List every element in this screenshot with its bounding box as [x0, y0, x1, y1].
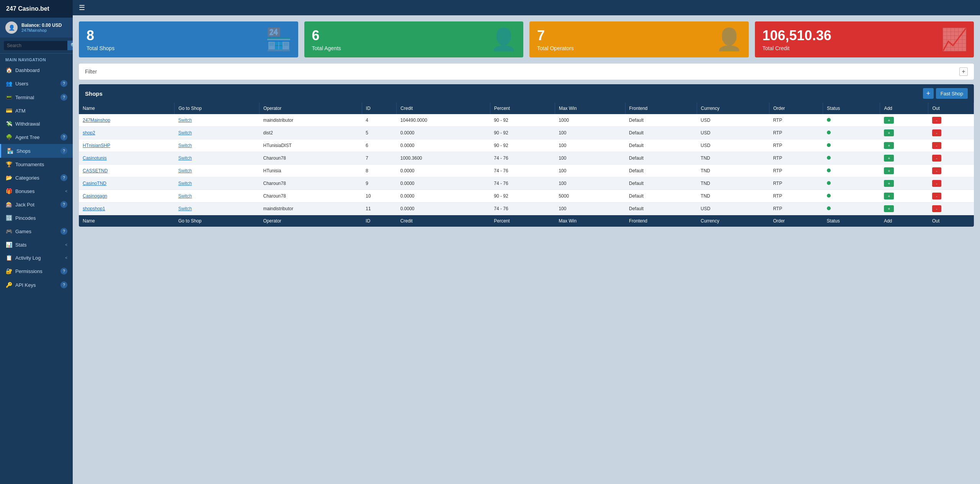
stat-icon: 👤	[716, 27, 743, 52]
go-to-shop[interactable]: Switch	[175, 190, 260, 203]
shop-add[interactable]: +	[880, 177, 928, 190]
switch-button[interactable]: Switch	[178, 193, 192, 199]
filter-plus-button[interactable]: +	[959, 67, 968, 76]
fast-shop-button[interactable]: Fast Shop	[936, 88, 968, 99]
out-button[interactable]: -	[932, 180, 941, 187]
out-button[interactable]: -	[932, 193, 941, 199]
shop-add[interactable]: +	[880, 127, 928, 139]
go-to-shop[interactable]: Switch	[175, 203, 260, 215]
shop-add[interactable]: +	[880, 152, 928, 165]
stat-icon: 👤	[490, 27, 517, 52]
add-button[interactable]: +	[884, 205, 894, 212]
menu-icon[interactable]: ☰	[79, 3, 85, 12]
go-to-shop[interactable]: Switch	[175, 139, 260, 152]
content-area: 8 Total Shops 🏪 6 Total Agents 👤 7 Total…	[73, 15, 980, 484]
shop-out[interactable]: -	[928, 139, 974, 152]
shop-out[interactable]: -	[928, 177, 974, 190]
shop-add[interactable]: +	[880, 165, 928, 177]
sidebar-item-terminal[interactable]: 📟 Terminal ?	[0, 90, 73, 104]
col-footer-order: Order	[769, 215, 823, 227]
switch-button[interactable]: Switch	[178, 155, 192, 161]
shop-frontend: Default	[625, 127, 697, 139]
shop-percent: 90 - 92	[490, 190, 555, 203]
out-button[interactable]: -	[932, 142, 941, 149]
games-icon: 🎮	[5, 228, 12, 234]
add-shop-button[interactable]: +	[923, 88, 934, 99]
switch-button[interactable]: Switch	[178, 143, 192, 148]
stat-number: 106,510.36	[763, 28, 831, 44]
shop-frontend: Default	[625, 177, 697, 190]
shop-out[interactable]: -	[928, 190, 974, 203]
sidebar-item-withdrawal[interactable]: 💸 Withdrawal	[0, 117, 73, 130]
filter-label: Filter	[85, 69, 97, 75]
add-button[interactable]: +	[884, 167, 894, 174]
nav-badge: ?	[60, 268, 67, 275]
shop-out[interactable]: -	[928, 127, 974, 139]
shop-add[interactable]: +	[880, 190, 928, 203]
shop-credit: 0.0000	[397, 165, 490, 177]
out-button[interactable]: -	[932, 167, 941, 174]
sidebar-item-activity-log[interactable]: 📋 Activity Log <	[0, 251, 73, 264]
add-button[interactable]: +	[884, 180, 894, 187]
sidebar-item-tournaments[interactable]: 🏆 Tournaments	[0, 158, 73, 171]
nav-badge: ?	[60, 147, 67, 154]
sidebar-item-api-keys[interactable]: 🔑 API Keys ?	[0, 278, 73, 292]
sidebar-item-label: Bonuses	[15, 188, 35, 194]
stat-label: Total Shops	[87, 45, 114, 51]
sidebar-item-bonuses[interactable]: 🎁 Bonuses <	[0, 185, 73, 198]
sidebar-item-permissions[interactable]: 🔐 Permissions ?	[0, 264, 73, 278]
shop-add[interactable]: +	[880, 114, 928, 127]
sidebar-item-users[interactable]: 👥 Users ?	[0, 77, 73, 90]
activity-log-icon: 📋	[5, 255, 12, 261]
shop-out[interactable]: -	[928, 203, 974, 215]
switch-button[interactable]: Switch	[178, 181, 192, 186]
go-to-shop[interactable]: Switch	[175, 152, 260, 165]
shop-out[interactable]: -	[928, 165, 974, 177]
out-button[interactable]: -	[932, 205, 941, 212]
shop-out[interactable]: -	[928, 152, 974, 165]
go-to-shop[interactable]: Switch	[175, 127, 260, 139]
status-dot	[827, 194, 831, 198]
sidebar-item-dashboard[interactable]: 🏠 Dashboard	[0, 64, 73, 77]
add-button[interactable]: +	[884, 193, 894, 199]
col-footer-credit: Credit	[397, 215, 490, 227]
sidebar-item-categories[interactable]: 📂 Categories ?	[0, 171, 73, 185]
shop-maxwin: 100	[555, 177, 625, 190]
out-button[interactable]: -	[932, 117, 941, 124]
add-button[interactable]: +	[884, 155, 894, 162]
add-button[interactable]: +	[884, 117, 894, 124]
sidebar-item-stats[interactable]: 📊 Stats <	[0, 238, 73, 251]
shop-percent: 90 - 92	[490, 127, 555, 139]
operator: Charoun78	[260, 190, 362, 203]
sidebar-item-games[interactable]: 🎮 Games ?	[0, 224, 73, 238]
sidebar-item-atm[interactable]: 💳 ATM	[0, 104, 73, 117]
shop-credit: 1000.3600	[397, 152, 490, 165]
search-button[interactable]: 🔍	[67, 41, 73, 50]
switch-button[interactable]: Switch	[178, 130, 192, 136]
out-button[interactable]: -	[932, 155, 941, 162]
sidebar-item-label: ATM	[15, 108, 25, 114]
shop-order: RTP	[769, 139, 823, 152]
go-to-shop[interactable]: Switch	[175, 165, 260, 177]
shop-add[interactable]: +	[880, 203, 928, 215]
sidebar-item-pincodes[interactable]: 🔢 Pincodes	[0, 211, 73, 224]
stats-icon: 📊	[5, 242, 12, 248]
search-input[interactable]	[4, 41, 67, 50]
sidebar-item-jackpot[interactable]: 🎰 Jack Pot ?	[0, 198, 73, 211]
shop-out[interactable]: -	[928, 114, 974, 127]
sidebar-item-label: Stats	[15, 242, 27, 248]
out-button[interactable]: -	[932, 129, 941, 136]
sidebar-item-label: Activity Log	[15, 255, 41, 261]
add-button[interactable]: +	[884, 129, 894, 136]
shop-currency: TND	[697, 190, 769, 203]
add-button[interactable]: +	[884, 142, 894, 149]
col-header-percent: Percent	[490, 103, 555, 114]
go-to-shop[interactable]: Switch	[175, 114, 260, 127]
switch-button[interactable]: Switch	[178, 206, 192, 211]
sidebar-item-agent-tree[interactable]: 🌳 Agent Tree ?	[0, 130, 73, 144]
switch-button[interactable]: Switch	[178, 118, 192, 123]
go-to-shop[interactable]: Switch	[175, 177, 260, 190]
sidebar-item-shops[interactable]: 🏪 Shops ?	[0, 144, 73, 158]
switch-button[interactable]: Switch	[178, 168, 192, 173]
shop-add[interactable]: +	[880, 139, 928, 152]
